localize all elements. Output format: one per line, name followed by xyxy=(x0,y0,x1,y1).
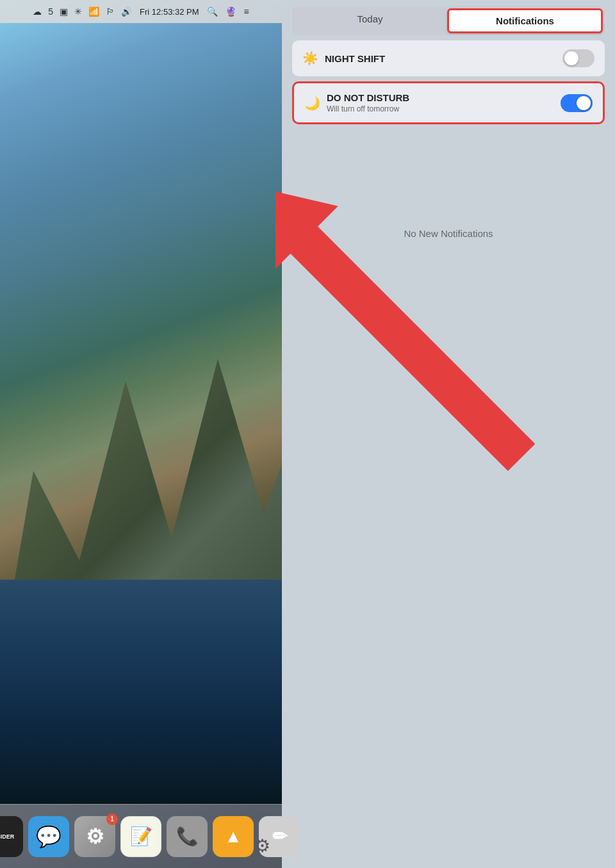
dock-item-signal[interactable]: 💬 xyxy=(28,816,69,857)
water-reflection xyxy=(0,625,282,804)
dock-gear-icon[interactable]: ⚙ xyxy=(254,835,270,856)
monitor-icon: ▣ xyxy=(60,6,68,17)
dock-item-game[interactable]: ▲ xyxy=(213,816,254,857)
dock-item-notes[interactable]: 📝 xyxy=(120,816,161,857)
snowflake-icon: ✳ xyxy=(74,6,82,17)
no-notifications-label: No New Notifications xyxy=(404,228,493,239)
tab-today[interactable]: Today xyxy=(294,8,446,33)
volume-icon: 🔊 xyxy=(121,6,132,17)
dnd-row: 🌙 DO NOT DISTURB Will turn off tomorrow xyxy=(292,81,605,124)
dock-item-settings[interactable]: ⚙ 1 xyxy=(74,816,115,857)
notification-center-panel: Today Notifications ☀️ NIGHT SHIFT 🌙 DO … xyxy=(282,0,615,868)
cloud-icon: ☁ xyxy=(33,6,42,17)
menubar: ☁ 5 ▣ ✳ 📶 🏳 🔊 Fri 12:53:32 PM 🔍 🔮 ≡ xyxy=(0,0,282,23)
night-shift-label: NIGHT SHIFT xyxy=(325,53,556,64)
settings-badge: 1 xyxy=(106,814,118,825)
nc-tabs-container: Today Notifications xyxy=(292,6,605,35)
dock: INSIDER 💬 ⚙ 1 📝 📞 ▲ ✏ ⚙ xyxy=(0,804,282,868)
dnd-icon: 🌙 xyxy=(304,95,320,111)
menubar-time: Fri 12:53:32 PM xyxy=(140,7,199,17)
desktop xyxy=(0,0,282,868)
flag-icon: 🏳 xyxy=(106,6,115,17)
siri-icon[interactable]: 🔮 xyxy=(226,6,236,17)
dnd-subtitle: Will turn off tomorrow xyxy=(327,104,554,113)
night-shift-toggle[interactable] xyxy=(562,49,594,67)
dock-item-insider[interactable]: INSIDER xyxy=(0,816,23,857)
night-shift-icon: ☀️ xyxy=(302,51,318,66)
dock-item-phone[interactable]: 📞 xyxy=(167,816,208,857)
wifi-icon: 📶 xyxy=(88,6,99,17)
menu-icon[interactable]: ≡ xyxy=(244,6,249,17)
five-icon: 5 xyxy=(48,6,53,17)
search-icon[interactable]: 🔍 xyxy=(207,6,218,17)
night-shift-row: ☀️ NIGHT SHIFT xyxy=(292,40,605,76)
dnd-title: DO NOT DISTURB xyxy=(327,92,554,103)
menubar-left-icons: ☁ 5 ▣ ✳ 📶 🏳 🔊 xyxy=(33,6,132,17)
tab-notifications[interactable]: Notifications xyxy=(447,8,603,33)
dnd-toggle[interactable] xyxy=(561,94,593,112)
nc-empty-area: No New Notifications xyxy=(282,137,615,329)
